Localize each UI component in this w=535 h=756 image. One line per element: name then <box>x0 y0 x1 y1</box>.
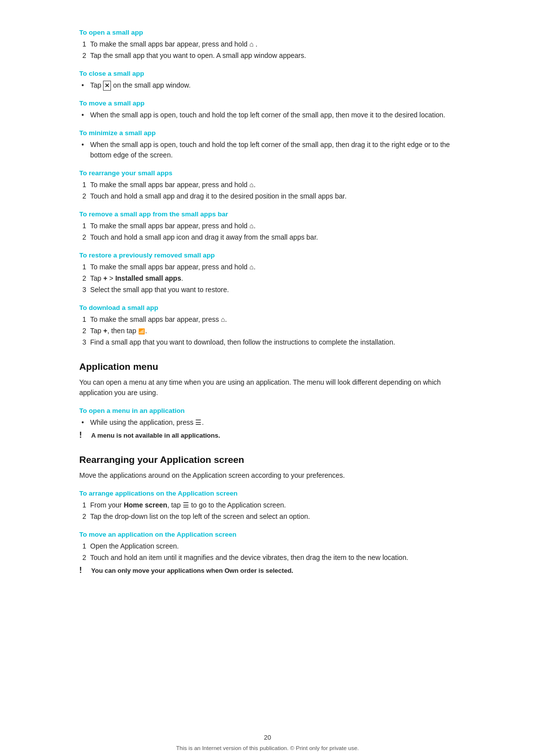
warning-row-menu: ! A menu is not available in all applica… <box>79 431 456 441</box>
section-download-small-app: To download a small app 1To make the sma… <box>79 304 456 348</box>
section-heading-open: To open a small app <box>79 29 456 36</box>
page-number: 20 <box>0 734 535 741</box>
list-item: 1To make the small apps bar appear, pres… <box>79 39 456 50</box>
list-item: 2Tap + > Installed small apps. <box>79 273 456 284</box>
subsection-arrange-apps: To arrange applications on the Applicati… <box>79 490 456 522</box>
list-item: 3Select the small app that you want to r… <box>79 285 456 295</box>
close-icon: ✕ <box>103 81 111 91</box>
footer-note: This is an Internet version of this publ… <box>0 745 535 751</box>
home-icon: ⌂ <box>221 315 225 323</box>
grid-icon: ☰ <box>183 501 189 509</box>
warning-icon: ! <box>79 431 87 440</box>
main-heading-rearranging: Rearranging your Application screen <box>79 454 456 465</box>
list-item: 1To make the small apps bar appear, pres… <box>79 221 456 231</box>
section-heading-open-menu: To open a menu in an application <box>79 407 456 414</box>
list-item: 2Tap the drop-down list on the top left … <box>79 511 456 522</box>
list-item: •Tap ✕ on the small app window. <box>79 80 456 91</box>
list-item: 1From your Home screen, tap ☰ to go to t… <box>79 500 456 510</box>
warning-row-move-app: ! You can only move your applications wh… <box>79 566 456 576</box>
rearranging-app-screen-section: Rearranging your Application screen Move… <box>79 454 456 576</box>
rearranging-intro: Move the applications around on the Appl… <box>79 470 456 481</box>
numbered-list-restore: 1To make the small apps bar appear, pres… <box>79 262 456 295</box>
section-move-small-app: To move a small app •When the small app … <box>79 100 456 120</box>
section-open-small-app: To open a small app 1To make the small a… <box>79 29 456 61</box>
bullet-list-open-menu: •While using the application, press ☰. <box>79 417 456 428</box>
list-item: 2Tap the small app that you want to open… <box>79 50 456 61</box>
section-close-small-app: To close a small app •Tap ✕ on the small… <box>79 70 456 91</box>
section-rearrange-small-apps: To rearrange your small apps 1To make th… <box>79 169 456 202</box>
section-remove-small-app: To remove a small app from the small app… <box>79 210 456 243</box>
list-item: 2Tap +, then tap 📶. <box>79 326 456 336</box>
page-content: To open a small app 1To make the small a… <box>79 0 456 725</box>
wifi-icon: 📶 <box>138 328 145 334</box>
section-heading-arrange: To arrange applications on the Applicati… <box>79 490 456 497</box>
subsection-move-app: To move an application on the Applicatio… <box>79 531 456 576</box>
numbered-list-arrange: 1From your Home screen, tap ☰ to go to t… <box>79 500 456 522</box>
menu-icon: ☰ <box>195 418 202 426</box>
numbered-list-open: 1To make the small apps bar appear, pres… <box>79 39 456 61</box>
list-item: 1Open the Application screen. <box>79 541 456 552</box>
section-heading-close: To close a small app <box>79 70 456 77</box>
bullet-list-close: •Tap ✕ on the small app window. <box>79 80 456 91</box>
subsection-open-menu: To open a menu in an application •While … <box>79 407 456 441</box>
section-heading-remove: To remove a small app from the small app… <box>79 210 456 218</box>
list-item: 1To make the small apps bar appear, pres… <box>79 314 456 325</box>
warning-icon-move: ! <box>79 566 87 575</box>
section-restore-small-app: To restore a previously removed small ap… <box>79 252 456 295</box>
list-item: 2Touch and hold a small app and drag it … <box>79 191 456 202</box>
page-footer: 20 This is an Internet version of this p… <box>0 725 535 756</box>
bullet-list-move: •When the small app is open, touch and h… <box>79 110 456 120</box>
numbered-list-rearrange: 1To make the small apps bar appear, pres… <box>79 180 456 202</box>
section-heading-move: To move a small app <box>79 100 456 107</box>
home-icon: ⌂ <box>249 222 253 230</box>
list-item: •While using the application, press ☰. <box>79 417 456 428</box>
main-heading-app-menu: Application menu <box>79 361 456 372</box>
section-heading-rearrange: To rearrange your small apps <box>79 169 456 177</box>
list-item: 2Touch and hold a small app icon and dra… <box>79 232 456 243</box>
application-menu-section: Application menu You can open a menu at … <box>79 361 456 441</box>
list-item: •When the small app is open, touch and h… <box>79 140 456 160</box>
section-heading-restore: To restore a previously removed small ap… <box>79 252 456 259</box>
numbered-list-remove: 1To make the small apps bar appear, pres… <box>79 221 456 243</box>
warning-text-menu: A menu is not available in all applicati… <box>91 431 220 441</box>
warning-text-move: You can only move your applications when… <box>91 566 293 576</box>
list-item: 1To make the small apps bar appear, pres… <box>79 180 456 190</box>
list-item: 1To make the small apps bar appear, pres… <box>79 262 456 272</box>
home-icon: ⌂ <box>249 40 253 48</box>
home-icon: ⌂ <box>249 263 253 271</box>
app-menu-intro: You can open a menu at any time when you… <box>79 377 456 398</box>
home-icon: ⌂ <box>249 181 253 189</box>
small-apps-section: To open a small app 1To make the small a… <box>79 29 456 348</box>
list-item: 2Touch and hold an item until it magnifi… <box>79 553 456 563</box>
section-heading-minimize: To minimize a small app <box>79 129 456 137</box>
numbered-list-download: 1To make the small apps bar appear, pres… <box>79 314 456 348</box>
numbered-list-move-app: 1Open the Application screen. 2Touch and… <box>79 541 456 563</box>
section-heading-download: To download a small app <box>79 304 456 311</box>
section-minimize-small-app: To minimize a small app •When the small … <box>79 129 456 160</box>
list-item: •When the small app is open, touch and h… <box>79 110 456 120</box>
section-heading-move-app: To move an application on the Applicatio… <box>79 531 456 538</box>
list-item: 3Find a small app that you want to downl… <box>79 337 456 348</box>
bullet-list-minimize: •When the small app is open, touch and h… <box>79 140 456 160</box>
